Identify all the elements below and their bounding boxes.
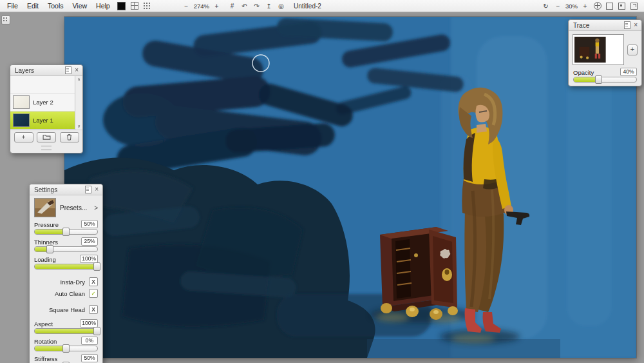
crosshair-icon (594, 2, 601, 10)
slider-knob[interactable] (62, 228, 70, 236)
canvas-zoom-in-button[interactable]: + (211, 1, 223, 10)
slider-fill (35, 230, 66, 234)
brush-preset-thumbnail (34, 198, 56, 217)
menu-view[interactable]: View (70, 1, 93, 11)
view-zoom-out-button[interactable]: − (552, 1, 564, 10)
layer-list-empty-space (10, 76, 75, 93)
trace-panel-titlebar[interactable]: Trace × (569, 20, 641, 31)
color-swatch[interactable] (117, 2, 126, 10)
undo-icon[interactable]: ↶ (238, 1, 251, 10)
redo-icon[interactable]: ↷ (251, 1, 263, 10)
slider-fill (35, 247, 50, 251)
presets-row[interactable]: Presets... > (30, 195, 102, 219)
layers-panel-titlebar[interactable]: Layers × (10, 65, 82, 76)
menu-file[interactable]: File (4, 1, 24, 11)
layers-panel: Layers × Layer 2 Layer 1 ∧ ∨ + (10, 64, 83, 153)
trace-reference-image (574, 35, 623, 64)
load-trace-image-button[interactable]: + (627, 44, 638, 55)
painting (64, 17, 636, 358)
pressure-slider[interactable] (34, 229, 98, 235)
scroll-up-icon[interactable]: ∧ (77, 77, 80, 82)
rotation-slider[interactable] (34, 346, 98, 351)
panel-menu-icon[interactable] (65, 66, 71, 74)
layer-thumbnail (13, 113, 30, 127)
delete-layer-button[interactable] (60, 132, 79, 142)
chevron-right-icon: > (94, 204, 98, 211)
grid-icon (131, 2, 138, 10)
aspect-slider[interactable] (34, 328, 98, 334)
thinners-label: Thinners (34, 239, 58, 246)
insta-dry-checkbox[interactable]: X (89, 277, 98, 286)
panel-menu-icon[interactable] (85, 186, 91, 193)
layer-list: Layer 2 Layer 1 ∧ ∨ (10, 76, 82, 130)
opacity-slider[interactable] (573, 77, 637, 83)
zoom-fit-icon[interactable] (616, 1, 628, 10)
menu-help[interactable]: Help (93, 1, 116, 11)
slider-knob[interactable] (62, 344, 70, 353)
collapsed-panel-icon[interactable] (1, 15, 10, 25)
center-view-icon[interactable] (591, 1, 603, 10)
slider-knob[interactable] (93, 262, 100, 271)
slider-fill (35, 264, 97, 269)
close-icon[interactable]: × (633, 22, 638, 28)
fullscreen-icon[interactable] (628, 1, 640, 10)
auto-clean-row: Auto Clean ✓ (30, 288, 102, 299)
slider-knob[interactable] (595, 75, 602, 84)
auto-clean-checkbox[interactable]: ✓ (89, 289, 98, 298)
zoom-actual-icon[interactable] (603, 1, 616, 10)
settings-panel-title: Settings (34, 186, 82, 193)
close-icon[interactable]: × (94, 186, 99, 193)
reference-grid-icon[interactable] (141, 1, 153, 10)
export-icon[interactable]: ↥ (263, 1, 275, 10)
stiffness-label: Stiffness (34, 355, 57, 362)
slider-fill (35, 329, 97, 333)
layer-thumbnail (13, 95, 30, 109)
layer-row-layer1[interactable]: Layer 1 (10, 112, 75, 130)
view-zoom-value[interactable]: 30% (564, 3, 579, 10)
canvas[interactable] (64, 17, 636, 358)
thinners-slider[interactable] (34, 246, 98, 252)
insta-dry-label: Insta-Dry (60, 279, 85, 286)
panel-menu-icon[interactable] (624, 21, 630, 29)
thinners-slider-row: Thinners 25% (30, 237, 102, 254)
menu-tools[interactable]: Tools (44, 1, 70, 11)
pressure-slider-row: Pressure 50% (30, 219, 102, 237)
settings-panel-titlebar[interactable]: Settings × (30, 184, 102, 195)
rotation-value[interactable]: 0% (81, 337, 98, 345)
square-head-checkbox[interactable]: X (89, 305, 98, 314)
presets-label: Presets... (60, 204, 90, 211)
palette-knife-image (35, 199, 55, 217)
canvas-zoom-out-button[interactable]: − (180, 1, 193, 10)
grid-toggle-icon[interactable]: # (226, 1, 238, 10)
loading-slider[interactable] (34, 264, 98, 270)
opacity-value[interactable]: 40% (620, 68, 637, 76)
trash-icon (66, 133, 72, 141)
close-icon[interactable]: × (74, 67, 79, 74)
square-head-label: Square Head (49, 306, 85, 313)
view-zoom-in-button[interactable]: + (579, 1, 591, 10)
stiffness-slider-row: Stiffness 50% (30, 353, 102, 363)
canvas-zoom-value[interactable]: 274% (193, 3, 211, 10)
pressure-value[interactable]: 50% (81, 220, 98, 228)
menu-edit[interactable]: Edit (24, 1, 44, 11)
layers-scrollbar[interactable]: ∧ ∨ (75, 76, 82, 130)
add-layer-button[interactable]: + (14, 132, 33, 142)
scroll-down-icon[interactable]: ∨ (77, 124, 80, 129)
layer-group-button[interactable] (37, 132, 56, 142)
rotate-view-icon[interactable]: ↻ (540, 1, 552, 10)
trace-panel-title: Trace (573, 22, 621, 29)
stiffness-value[interactable]: 50% (81, 354, 98, 362)
slider-knob[interactable] (46, 245, 53, 253)
insta-dry-row: Insta-Dry X (30, 276, 102, 288)
dots-grid-icon (144, 3, 151, 10)
loading-slider-row: Loading 100% (30, 254, 102, 271)
layer-name: Layer 1 (33, 117, 53, 124)
panel-resize-grip[interactable] (41, 146, 52, 150)
canvas-grid-icon[interactable] (129, 1, 141, 10)
trace-image-thumbnail[interactable] (573, 34, 624, 65)
record-icon[interactable]: ◎ (275, 1, 287, 10)
slider-knob[interactable] (93, 327, 100, 335)
layer-row-layer2[interactable]: Layer 2 (10, 93, 75, 112)
menu-bar: File Edit Tools View Help − 274% + # ↶ ↷… (0, 0, 644, 12)
thinners-value[interactable]: 25% (81, 237, 98, 246)
